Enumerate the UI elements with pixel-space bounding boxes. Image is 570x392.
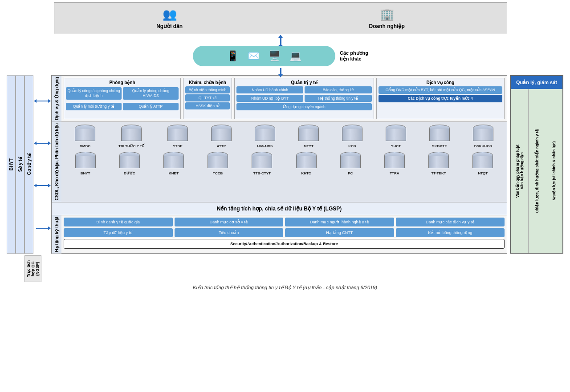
laptop-icon: 💻: [289, 50, 301, 62]
rm-items: Văn bản quy phạm pháp luậtVăn bản hướng …: [511, 89, 562, 253]
left-ext-labels: BHYT Sở y tế Cơ sở y tế: [7, 75, 51, 254]
phuong-tien-label: Các phươngtiện khác: [340, 50, 368, 62]
cyl-attp: ATTP: [211, 125, 232, 148]
arch-main: Dịch vụ & Ứng dụng Phòng bệnh Quản lý cô…: [51, 75, 507, 254]
top-actors-row: 👥 Người dân 🏢 Doanh nghiệp: [54, 2, 507, 34]
cyl-ytdp: YTDP: [167, 125, 188, 148]
cyl-duoc: DƯỢC: [119, 152, 140, 175]
doanh-nghiep-label: Doanh nghiệp: [369, 23, 404, 29]
web-icon: 🖥️: [269, 50, 281, 62]
btn-attp[interactable]: Quản lý ATTP: [123, 103, 179, 110]
csdl-row-2: BHYT DƯỢC KHĐT TCCB: [64, 152, 504, 175]
row-csdl: CSDL, Kho dữ liệu, Phân tích dữ liệu DMD…: [52, 122, 507, 202]
phong-benh-title: Phòng bệnh: [66, 80, 179, 85]
rm-item-chien-luoc: Chiến lược, định hướng phát triển ngành …: [528, 89, 546, 253]
btn-danh-muc-nguoi[interactable]: Danh mục người hành nghề y tế: [285, 218, 394, 226]
group-kham-chua-benh: Khám, chữa bệnh Bệnh viện thông minh QL …: [183, 78, 232, 119]
cyl-bhyt: BHYT: [75, 152, 96, 175]
btn-bao-cao[interactable]: Báo cáo, thống kê: [305, 86, 371, 93]
btn-he-thong-tt[interactable]: Hệ thống thông tin y tế: [305, 95, 371, 102]
btn-ket-noi[interactable]: Kết nối băng thông rộng: [396, 228, 505, 237]
cyl-tt-tdkt: TT-TĐKT: [428, 152, 449, 175]
btn-danh-muc-dv[interactable]: Danh mục các dịch vụ y tế: [396, 218, 505, 226]
group-dich-vu-cong: Dịch vụ công Cổng DVC một cửa BYT, kết n…: [376, 78, 505, 119]
ha-tang-content: Định danh y tế quốc gia Danh mục cơ sở y…: [61, 215, 507, 254]
rm-title: Quản lý, giám sát: [511, 76, 562, 89]
left-arrows: [33, 75, 51, 254]
csdl-content: DMDC TRI THỨC Y TẾ YTDP ATTP: [61, 122, 507, 202]
btn-benh-vien[interactable]: Bệnh viện thông minh: [185, 86, 230, 93]
ha-tang-label: Hạ tầng kỹ thuật: [52, 215, 61, 254]
cyl-skbmte: SKBMTE: [429, 125, 450, 148]
dich-vu-content: Phòng bệnh Quản lý công tác phòng chống …: [61, 76, 507, 121]
group-quan-tri-y-te: Quản trị y tế Nhóm UD hành chính Báo cáo…: [234, 78, 374, 119]
rm-item-nguon-luc: Nguồn lực (tài chính & nhân lực): [546, 89, 562, 253]
row-dich-vu: Dịch vụ & Ứng dụng Phòng bệnh Quản lý cô…: [52, 76, 507, 122]
cyl-pc: PC: [340, 152, 361, 175]
building-icon: 🏢: [380, 8, 394, 21]
cyl-dmdc: DMDC: [75, 125, 95, 148]
truc-tich-hop-box: Trục tíchhợp QG(NGSP): [24, 255, 41, 282]
cyl-yhct: YHCT: [386, 125, 406, 148]
cyl-dskhhgd: DSKHHGĐ: [473, 125, 493, 148]
btn-tieu-chuan[interactable]: Tiêu chuẩn: [175, 228, 284, 237]
csdl-label: CSDL, Kho dữ liệu, Phân tích dữ liệu: [52, 122, 61, 202]
cyl-hiv: HIV/AIDS: [255, 125, 275, 148]
csdl-row-1: DMDC TRI THỨC Y TẾ YTDP ATTP: [64, 125, 504, 148]
cyl-khdt: KHĐT: [163, 152, 184, 175]
group-phong-benh: Phòng bệnh Quản lý công tác phòng chống …: [64, 78, 181, 119]
cyl-htqt: HTQT: [472, 152, 493, 175]
cyl-tri-thuc: TRI THỨC Y TẾ: [118, 125, 144, 148]
mobile-icon: 📱: [227, 50, 239, 62]
cyl-kcb: KCB: [342, 125, 362, 148]
btn-ql-tyt[interactable]: QL TYT xã: [185, 94, 230, 101]
bhyt-label: BHYT: [7, 75, 16, 254]
btn-ha-tang-cntt[interactable]: Hạ tầng CNTT: [285, 228, 394, 237]
btn-dv-truc-tuyen[interactable]: Các Dịch vụ công trực tuyến mức 4: [379, 95, 502, 102]
cyl-ttb-ctyt: TTB-CTYT: [252, 152, 272, 175]
bottom-caption: Kiến trúc tổng thể hệ thống thông tin y …: [7, 285, 563, 291]
btn-nhom-ud-noi-bo[interactable]: Nhóm UD nội bộ BYT: [236, 95, 303, 102]
btn-dinh-danh[interactable]: Định danh y tế quốc gia: [64, 218, 173, 226]
co-so-y-te-label: Cơ sở y tế: [24, 75, 33, 254]
rm-item-van-ban: Văn bản quy phạm pháp luậtVăn bản hướng …: [511, 89, 528, 253]
cyl-khtc: KHTC: [296, 152, 317, 175]
btn-hssk[interactable]: HSSK điện tử: [185, 102, 230, 109]
ha-tang-security: Security/Authentication/Authorization/Ba…: [64, 239, 505, 249]
cyl-tccb: TCCB: [208, 152, 228, 175]
cyl-ttra: TTRA: [384, 152, 405, 175]
row-integration: Nền tảng tích hợp, chia sẻ dữ liệu Bộ Y …: [52, 202, 507, 215]
btn-nhom-ud-hc[interactable]: Nhóm UD hành chính: [236, 86, 303, 93]
btn-cong-dvc[interactable]: Cổng DVC một cửa BYT, kết nối một cửa QG…: [379, 86, 502, 94]
dich-vu-label: Dịch vụ & Ứng dụng: [52, 76, 61, 121]
cyl-mtyt: MTYT: [298, 125, 319, 148]
nguoi-dan-label: Người dân: [156, 23, 183, 29]
ha-tang-row-2: Tập dữ liệu y tế Tiêu chuẩn Hạ tầng CNTT…: [64, 228, 505, 237]
actor-nguoi-dan: 👥 Người dân: [156, 8, 183, 29]
kham-chua-benh-title: Khám, chữa bệnh: [185, 80, 230, 85]
btn-ung-dung-cn[interactable]: Ứng dụng chuyên ngành: [236, 103, 372, 110]
btn-hiv-aids[interactable]: Quản lý phòng chống HIV/AIDS: [123, 87, 179, 100]
ha-tang-row-1: Định danh y tế quốc gia Danh mục cơ sở y…: [64, 218, 505, 226]
row-ha-tang: Hạ tầng kỹ thuật Định danh y tế quốc gia…: [52, 215, 507, 254]
right-management-panel: Quản lý, giám sát Văn bản quy phạm pháp …: [510, 75, 563, 254]
btn-tap-du-lieu[interactable]: Tập dữ liệu y tế: [64, 228, 173, 237]
btn-danh-muc-co-so[interactable]: Danh mục cơ sở y tế: [175, 218, 284, 226]
page-container: 👥 Người dân 🏢 Doanh nghiệp 📱: [4, 0, 566, 293]
btn-moi-truong[interactable]: Quản lý môi trường y tế: [66, 103, 122, 110]
quan-tri-y-te-title: Quản trị y tế: [236, 80, 372, 85]
btn-quan-ly-phong-chong[interactable]: Quản lý công tác phòng chống dịch bệnh: [66, 87, 122, 100]
people-icon: 👥: [163, 8, 177, 21]
actor-doanh-nghiep: 🏢 Doanh nghiệp: [369, 8, 404, 29]
dich-vu-cong-title: Dịch vụ công: [379, 80, 502, 85]
email-icon: ✉️: [248, 50, 260, 62]
so-y-te-label: Sở y tế: [16, 75, 24, 254]
